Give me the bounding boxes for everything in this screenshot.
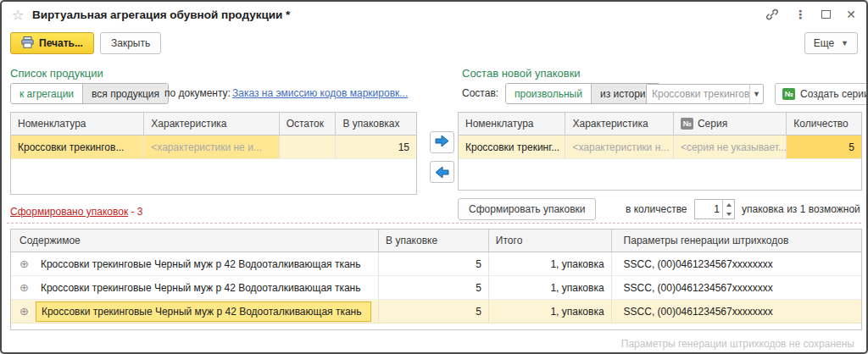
- quantity-down-icon[interactable]: [723, 209, 734, 218]
- cell-content[interactable]: ⊕ Кроссовки трекинговые Черный муж р 42 …: [11, 300, 379, 324]
- col-content[interactable]: Содержимое: [11, 230, 379, 252]
- cell-total[interactable]: 1, упаковка: [489, 252, 612, 276]
- series-template-select[interactable]: Кроссовки трекинговы ▼: [646, 84, 764, 104]
- create-series-label: Создать серии: [800, 88, 868, 100]
- expand-icon[interactable]: ⊕: [19, 257, 29, 270]
- cell-rest[interactable]: [280, 136, 337, 159]
- cell-content[interactable]: ⊕ Кроссовки трекинговые Черный муж р 42 …: [11, 252, 379, 276]
- cell-total[interactable]: 1, упаковка: [489, 300, 612, 324]
- col-pack-quantity[interactable]: Количество: [787, 113, 861, 136]
- print-button[interactable]: Печать...: [10, 32, 94, 54]
- contents-row-selected[interactable]: ⊕ Кроссовки трекинговые Черный муж р 42 …: [11, 300, 861, 324]
- formed-packs: Сформировано упаковок - 3: [10, 206, 142, 218]
- cell-pack-series[interactable]: <серия не указывает...: [674, 136, 787, 159]
- contents-table-header: Содержимое В упаковке Итого Параметры ге…: [11, 230, 861, 252]
- app-window: ☆ Виртуальная агрегация обувной продукци…: [0, 0, 868, 354]
- link-icon[interactable]: [765, 8, 779, 21]
- col-pack-nomenclature[interactable]: Номенклатура: [459, 113, 565, 136]
- form-packs-label: Сформировать упаковки: [469, 203, 585, 215]
- add-to-pack-button[interactable]: [430, 131, 454, 153]
- cell-total[interactable]: 1, упаковка: [489, 276, 612, 300]
- quantity-up-icon[interactable]: [723, 200, 734, 209]
- new-pack-table-row[interactable]: Кроссовки трекинг... <характеристики н..…: [459, 136, 861, 159]
- series-number-badge-icon: №: [782, 88, 795, 100]
- new-pack-table-header: Номенклатура Характеристика № Серия Коли…: [459, 113, 861, 136]
- window-title: Виртуальная агрегация обувной продукции …: [32, 8, 290, 21]
- contents-row[interactable]: ⊕ Кроссовки трекинговые Черный муж р 42 …: [11, 276, 861, 300]
- col-pack-series[interactable]: № Серия: [674, 113, 787, 136]
- col-barcode-params[interactable]: Параметры генерации штрихкодов: [612, 230, 861, 252]
- cell-content[interactable]: ⊕ Кроссовки трекинговые Черный муж р 42 …: [11, 276, 379, 300]
- more-button-label: Еще: [814, 37, 834, 49]
- cell-nomenclature[interactable]: Кроссовки трекингов...: [11, 136, 144, 159]
- close-button-label: Закрыть: [111, 37, 150, 49]
- expand-icon[interactable]: ⊕: [19, 281, 29, 294]
- expand-icon[interactable]: ⊕: [19, 305, 29, 318]
- create-series-button[interactable]: № Создать серии: [775, 83, 868, 105]
- new-pack-section-header: Состав новой упаковки: [462, 67, 581, 80]
- col-total[interactable]: Итого: [489, 230, 612, 252]
- products-table-header: Номенклатура Характеристика Остаток В уп…: [11, 113, 416, 136]
- compose-mode-toggle: произвольный из истории: [505, 83, 660, 104]
- col-in-packs[interactable]: В упаковках: [336, 113, 416, 136]
- toggle-all-products[interactable]: вся продукция: [82, 84, 168, 103]
- document-link[interactable]: Заказ на эмиссию кодов маркировк...: [232, 87, 408, 99]
- products-table-row[interactable]: Кроссовки трекингов... <характеристики н…: [11, 136, 416, 159]
- cell-characteristic[interactable]: <характеристики не и...: [144, 136, 279, 159]
- content-text: Кроссовки трекинговые Черный муж р 42 Во…: [36, 254, 366, 274]
- compose-label: Состав:: [462, 87, 498, 99]
- col-pack-characteristic[interactable]: Характеристика: [565, 113, 673, 136]
- cell-pack-nomenclature[interactable]: Кроссовки трекинг...: [459, 136, 565, 159]
- content-text: Кроссовки трекинговые Черный муж р 42 Во…: [36, 301, 371, 322]
- group-separator: [7, 223, 861, 224]
- possible-packs-label: упаковка из 1 возможной: [742, 203, 860, 215]
- remove-from-pack-button[interactable]: [430, 161, 454, 183]
- contents-row[interactable]: ⊕ Кроссовки трекинговые Черный муж р 42 …: [11, 252, 861, 276]
- cell-barcode[interactable]: SSCC, (00)0461234567xxxxxxxx: [612, 276, 861, 300]
- content-text: Кроссовки трекинговые Черный муж р 42 Во…: [36, 278, 366, 298]
- col-in-pack[interactable]: В упаковке: [379, 230, 489, 252]
- col-rest[interactable]: Остаток: [280, 113, 337, 136]
- by-document-label: по документу:: [164, 87, 231, 99]
- cell-in-packs[interactable]: 15: [336, 136, 416, 159]
- close-form-button[interactable]: Закрыть: [100, 32, 161, 54]
- kebab-menu-icon[interactable]: ⋮: [794, 8, 806, 21]
- more-button[interactable]: Еще ▼: [804, 32, 858, 54]
- formed-packs-count: - 3: [128, 206, 142, 218]
- chevron-down-icon: ▼: [841, 39, 849, 47]
- toggle-for-aggregation[interactable]: к агрегации: [11, 84, 82, 103]
- quantity-stepper: [694, 199, 735, 219]
- status-message: Параметры генерации штрихкодов не сохран…: [621, 338, 854, 350]
- cell-barcode[interactable]: SSCC, (00)0461234567xxxxxxxx: [612, 252, 861, 276]
- products-table: Номенклатура Характеристика Остаток В уп…: [10, 112, 417, 195]
- cell-in-pack[interactable]: 5: [379, 276, 489, 300]
- toggle-arbitrary[interactable]: произвольный: [506, 84, 591, 103]
- combo-dropdown-icon[interactable]: ▼: [749, 85, 763, 103]
- col-nomenclature[interactable]: Номенклатура: [11, 113, 144, 136]
- cell-pack-characteristic[interactable]: <характеристики н...: [565, 136, 673, 159]
- cell-in-pack[interactable]: 5: [379, 252, 489, 276]
- quantity-input[interactable]: [695, 200, 722, 218]
- in-quantity-label: в количестве: [626, 203, 687, 215]
- new-pack-table: Номенклатура Характеристика № Серия Коли…: [458, 112, 862, 191]
- cell-barcode[interactable]: SSCC, (00)0461234567xxxxxxxx: [612, 300, 861, 324]
- cell-in-pack[interactable]: 5: [379, 300, 489, 324]
- contents-table: Содержимое В упаковке Итого Параметры ге…: [10, 229, 862, 330]
- series-header-badge-icon: №: [681, 118, 693, 130]
- arrow-right-icon: [435, 135, 449, 150]
- maximize-icon[interactable]: [821, 8, 831, 21]
- close-window-icon[interactable]: ✕: [846, 8, 856, 21]
- series-template-value: Кроссовки трекинговы: [647, 88, 749, 100]
- form-packs-button[interactable]: Сформировать упаковки: [458, 198, 596, 220]
- print-button-label: Печать...: [39, 37, 83, 49]
- col-characteristic[interactable]: Характеристика: [144, 113, 279, 136]
- col-pack-series-label: Серия: [698, 118, 727, 130]
- products-filter-toggle: к агрегации вся продукция: [10, 83, 169, 104]
- favorite-star-icon[interactable]: ☆: [12, 7, 24, 23]
- products-section-header: Список продукции: [10, 67, 103, 80]
- cell-pack-quantity[interactable]: 5: [787, 136, 861, 159]
- arrow-left-icon: [435, 166, 449, 179]
- printer-icon: [21, 36, 34, 51]
- window-controls: ⋮ ✕: [765, 8, 856, 21]
- formed-packs-link[interactable]: Сформировано упаковок: [10, 206, 128, 218]
